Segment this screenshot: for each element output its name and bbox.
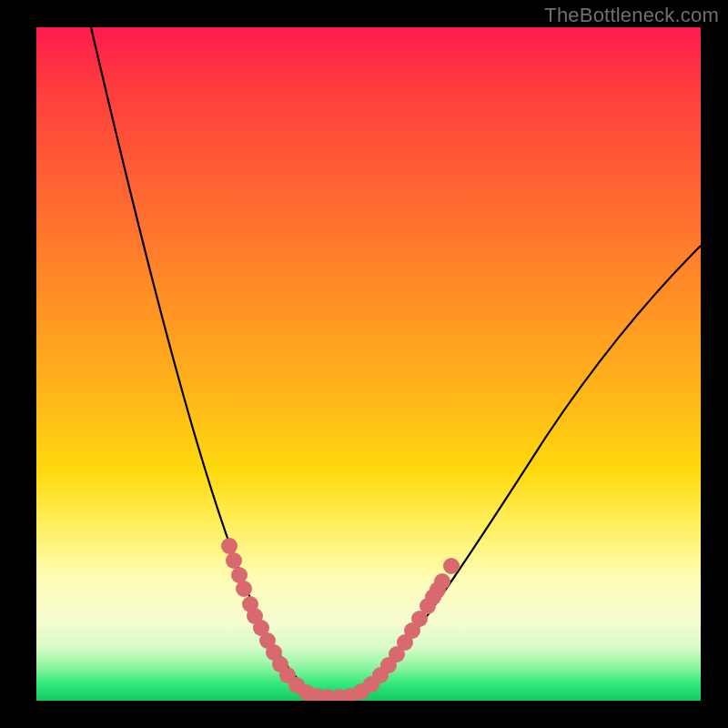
bottleneck-curve (36, 27, 701, 701)
plot-area (36, 27, 701, 701)
scatter-point (236, 581, 252, 597)
chart-frame: TheBottleneck.com (0, 0, 728, 728)
curve-left-arm (91, 27, 318, 696)
scatter-point (226, 552, 242, 569)
watermark-text: TheBottleneck.com (544, 4, 719, 27)
scatter-point (443, 558, 460, 574)
scatter-point (221, 538, 238, 554)
scatter-point (434, 573, 450, 590)
scatter-point (425, 589, 441, 605)
